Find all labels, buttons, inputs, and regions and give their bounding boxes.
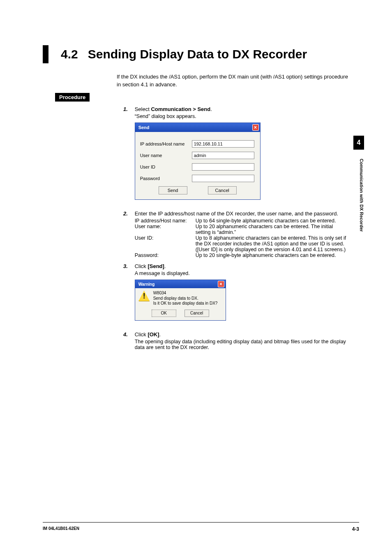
step-4: 4. Click [OK]. The opening display data … [123,331,351,352]
password-label: Password [140,176,192,181]
warning-code: W8034 [153,291,218,296]
close-icon[interactable]: × [252,124,259,131]
warning-dialog: Warning × ! W8034 Send display data to D… [135,280,226,321]
step-2: 2. Enter the IP address/host name of the… [123,210,351,258]
step4-text-a: Click [135,331,148,338]
ok-button[interactable]: OK [152,310,176,317]
step-number: 2. [123,210,133,217]
footer-page-num: 4-3 [352,526,359,532]
step2-text: Enter the IP address/host name of the DX… [135,210,348,217]
def-username-desc: Up to 20 alphanumeric characters can be … [196,224,348,235]
username-input[interactable] [192,152,254,159]
cancel-button[interactable]: Cancel [184,310,209,317]
step4-sub: The opening display data (including edit… [135,339,348,350]
def-userid-desc: Up to 8 alphanumeric characters can be e… [196,235,348,252]
warning-icon: ! [138,291,150,301]
section-title: Sending Display Data to DX Recorder [88,47,307,61]
ip-label: IP address/Host name [140,141,192,146]
userid-label: User ID [140,164,192,169]
def-ip-label: IP address/Host name: [135,218,196,224]
def-userid-label: User ID: [135,235,196,252]
ip-input[interactable] [192,140,254,148]
chapter-tab: 4 [353,136,364,150]
username-label: User name [140,153,192,158]
warning-dialog-titlebar: Warning × [135,280,226,288]
def-username-label: User name: [135,224,196,235]
step4-text-c: . [159,331,161,338]
step3-sub: A message is displayed. [135,271,348,276]
def-ip-desc: Up to 64 single-byte alphanumeric charac… [196,218,348,224]
send-dialog-title: Send [138,125,150,130]
def-password-desc: Up to 20 single-byte alphanumeric charac… [196,252,348,258]
send-button[interactable]: Send [159,186,187,194]
step-3: 3. Click [Send]. A message is displayed.… [123,263,351,326]
section-heading: 4.2 Sending Display Data to DX Recorder [43,45,351,63]
send-dialog-titlebar: Send × [135,123,260,132]
footer-divider [43,522,359,523]
step-number: 3. [123,263,133,269]
step3-text-c: . [164,263,166,269]
procedure-label: Procedure [55,93,90,102]
step1-text-a: Select [135,106,151,112]
step-number: 1. [123,106,133,112]
warning-line1: Send display data to DX. [153,296,218,301]
step1-text-bold: Communication > Send [151,106,210,112]
step4-text-bold: [OK] [148,331,159,338]
userid-input[interactable] [192,163,254,171]
warning-line2: Is it OK to save display data in DX? [153,301,218,306]
step1-text-c: . [210,106,212,112]
chapter-label: Communication with DX Recorder [353,156,364,232]
step3-text-a: Click [135,263,148,269]
warning-dialog-title: Warning [138,282,155,287]
footer-doc-id: IM 04L41B01-62EN [43,526,79,531]
send-dialog: Send × IP address/Host name User name [135,123,261,200]
step1-sub: “Send” dialog box appears. [135,113,348,119]
cancel-button[interactable]: Cancel [208,186,237,194]
section-number: 4.2 [61,47,78,61]
def-password-label: Password: [135,252,196,258]
step3-text-bold: [Send] [148,263,164,269]
password-input[interactable] [192,175,254,182]
step-number: 4. [123,331,133,338]
intro-text: If the DX includes the /AS1 option, perf… [117,73,351,89]
close-icon[interactable]: × [218,281,224,287]
heading-marker [43,45,48,63]
step-1: 1. Select Communication > Send. “Send” d… [123,106,351,206]
